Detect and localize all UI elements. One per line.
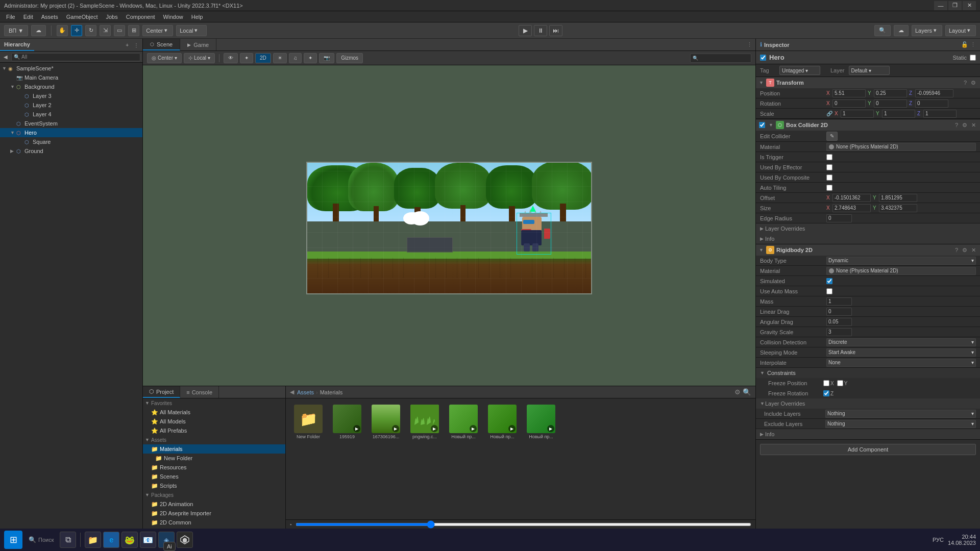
menu-assets[interactable]: Assets bbox=[37, 11, 62, 22]
gravity-scale-input[interactable] bbox=[826, 328, 852, 336]
tree-item-ground[interactable]: ▶ ⬡ Ground bbox=[0, 146, 142, 156]
menu-jobs[interactable]: Jobs bbox=[102, 11, 121, 22]
edge-radius-input[interactable] bbox=[826, 214, 852, 222]
transform-header[interactable]: ▼ T Transform ? ⚙ bbox=[756, 77, 980, 88]
size-y-input[interactable] bbox=[879, 204, 917, 212]
scene-search-input[interactable]: 🔍 bbox=[690, 54, 751, 63]
assets-section[interactable]: ▼ Assets bbox=[143, 435, 285, 444]
all-materials-item[interactable]: ⭐ All Materials bbox=[143, 408, 285, 417]
boxcollider-info-btn[interactable]: ? bbox=[954, 122, 959, 129]
hierarchy-search[interactable]: 🔍 All bbox=[11, 53, 140, 61]
cloud-button[interactable]: ☁ bbox=[31, 25, 46, 36]
minimize-button[interactable]: — bbox=[934, 1, 947, 10]
is-trigger-checkbox[interactable] bbox=[826, 154, 832, 160]
exclude-layers-dropdown[interactable]: Nothing ▾ bbox=[825, 420, 976, 428]
transform-tool[interactable]: ⊞ bbox=[128, 25, 139, 36]
taskbar-edge[interactable]: e bbox=[103, 532, 119, 548]
asset-noviy3[interactable]: ▶ Новый пр... bbox=[523, 403, 559, 441]
constraints-header[interactable]: ▼ Constraints bbox=[756, 368, 980, 378]
interpolate-dropdown[interactable]: None ▾ bbox=[826, 359, 976, 367]
materials-item[interactable]: 📁 Materials bbox=[143, 444, 285, 454]
all-prefabs-item[interactable]: ⭐ All Prefabs bbox=[143, 426, 285, 435]
asset-167306196[interactable]: ▶ 167306196... bbox=[368, 403, 404, 441]
search-button[interactable]: 🔍 bbox=[874, 25, 891, 36]
collab-button[interactable]: ☁ bbox=[894, 25, 909, 36]
collision-detection-dropdown[interactable]: Discrete ▾ bbox=[826, 338, 976, 346]
local-dropdown[interactable]: ⊹ Local ▾ bbox=[184, 53, 215, 63]
pkg-2d-common[interactable]: 📁 2D Common bbox=[143, 518, 285, 527]
hierarchy-back-btn[interactable]: ◀ bbox=[2, 54, 9, 60]
edit-collider-btn[interactable]: ✎ bbox=[826, 132, 838, 141]
rb-layer-overrides-section[interactable]: ▼ Layer Overrides bbox=[756, 398, 980, 409]
console-tab[interactable]: ≡ Console bbox=[180, 386, 219, 398]
pause-button[interactable]: ⏸ bbox=[534, 25, 547, 36]
title-bar-controls[interactable]: — ❐ ✕ bbox=[934, 1, 976, 10]
ai-pill[interactable]: Ai bbox=[163, 542, 176, 551]
taskbar-frog[interactable]: 🐸 bbox=[121, 532, 138, 548]
assets-zoom-slider[interactable] bbox=[296, 523, 751, 526]
hand-tool[interactable]: ✋ bbox=[57, 25, 68, 36]
all-models-item[interactable]: ⭐ All Models bbox=[143, 417, 285, 426]
boxcollider-header[interactable]: ▼ ⬡ Box Collider 2D ? ⚙ ✕ bbox=[756, 119, 980, 131]
project-tab[interactable]: ⬡ Project bbox=[143, 386, 180, 398]
pkg-aseprite[interactable]: 📁 2D Aseprite Importer bbox=[143, 509, 285, 518]
menu-help[interactable]: Help bbox=[187, 11, 207, 22]
inspector-lock-btn[interactable]: 🔓 bbox=[961, 41, 968, 48]
link-icon[interactable]: 🔗 bbox=[826, 111, 832, 116]
pkg-2d-animation[interactable]: 📁 2D Animation bbox=[143, 499, 285, 509]
asset-pngwing[interactable]: ▶ pngwing.c... bbox=[406, 403, 443, 441]
scale-x-input[interactable] bbox=[841, 110, 874, 118]
pos-y-input[interactable] bbox=[874, 89, 907, 97]
freeze-rot-z-checkbox[interactable] bbox=[823, 390, 829, 396]
new-folder-item[interactable]: 📁 New Folder bbox=[143, 454, 285, 463]
scale-z-input[interactable] bbox=[923, 110, 957, 118]
asset-195919[interactable]: ▶ 195919 bbox=[329, 403, 365, 441]
lighting-btn[interactable]: ☀ bbox=[273, 53, 287, 63]
bc-info-section[interactable]: ▶ Info bbox=[756, 234, 980, 244]
used-by-effector-checkbox[interactable] bbox=[826, 164, 832, 170]
menu-edit[interactable]: Edit bbox=[19, 11, 37, 22]
obj-static-checkbox[interactable] bbox=[970, 55, 976, 61]
auto-tiling-checkbox[interactable] bbox=[826, 185, 832, 191]
tree-item-layer3[interactable]: ⬡ Layer 3 bbox=[0, 91, 142, 101]
boxcollider-enabled-checkbox[interactable] bbox=[759, 122, 765, 128]
packages-section[interactable]: ▼ Packages bbox=[143, 490, 285, 499]
audio-btn[interactable]: ♫ bbox=[289, 53, 302, 63]
play-button[interactable]: ▶ bbox=[519, 25, 532, 36]
rot-y-input[interactable] bbox=[874, 99, 907, 108]
step-button[interactable]: ⏭ bbox=[549, 25, 562, 36]
view-options-btn[interactable]: ⋮ bbox=[747, 41, 752, 48]
start-button[interactable]: ⊞ bbox=[4, 531, 22, 549]
offset-y-input[interactable] bbox=[879, 194, 917, 202]
scene-tab[interactable]: ⬡ Scene bbox=[143, 39, 180, 51]
tree-item-maincamera[interactable]: 📷 Main Camera bbox=[0, 73, 142, 82]
taskbar-taskview[interactable]: ⧉ bbox=[60, 532, 76, 548]
scene-effects-btn[interactable]: ✦ bbox=[240, 53, 253, 63]
assets-root[interactable]: Assets bbox=[297, 389, 314, 395]
asset-noviy1[interactable]: ▶ Новый пр... bbox=[445, 403, 482, 441]
boxcollider-remove-btn[interactable]: ✕ bbox=[970, 122, 977, 129]
inspector-menu-btn[interactable]: ⋮ bbox=[970, 41, 976, 48]
obj-active-checkbox[interactable] bbox=[760, 55, 766, 61]
hierarchy-tab[interactable]: Hierarchy bbox=[0, 39, 34, 51]
taskbar-explorer[interactable]: 📁 bbox=[85, 532, 101, 548]
tree-item-hero[interactable]: ▼ ⬡ Hero bbox=[0, 128, 142, 137]
rot-x-input[interactable] bbox=[832, 99, 866, 108]
auto-mass-checkbox[interactable] bbox=[826, 288, 832, 294]
layout-dropdown[interactable]: Layout▾ bbox=[945, 25, 976, 36]
tree-item-background[interactable]: ▼ ⬡ Background bbox=[0, 82, 142, 91]
scene-view[interactable] bbox=[143, 65, 755, 386]
assets-back-btn[interactable]: ◀ bbox=[290, 389, 294, 395]
tree-item-eventsystem[interactable]: ⬡ EventSystem bbox=[0, 119, 142, 128]
rb-info-section[interactable]: ▶ Info bbox=[756, 429, 980, 439]
rot-z-input[interactable] bbox=[915, 99, 948, 108]
rect-tool[interactable]: ▭ bbox=[114, 25, 125, 36]
scenes-item[interactable]: 📁 Scenes bbox=[143, 472, 285, 481]
maximize-button[interactable]: ❐ bbox=[948, 1, 962, 10]
used-by-composite-checkbox[interactable] bbox=[826, 174, 832, 181]
layer-dropdown[interactable]: Default ▾ bbox=[849, 66, 890, 75]
boxcollider-settings-btn[interactable]: ⚙ bbox=[961, 122, 968, 129]
game-tab[interactable]: ▶ Game bbox=[180, 39, 216, 51]
scale-y-input[interactable] bbox=[882, 110, 915, 118]
pos-z-input[interactable] bbox=[915, 89, 953, 97]
